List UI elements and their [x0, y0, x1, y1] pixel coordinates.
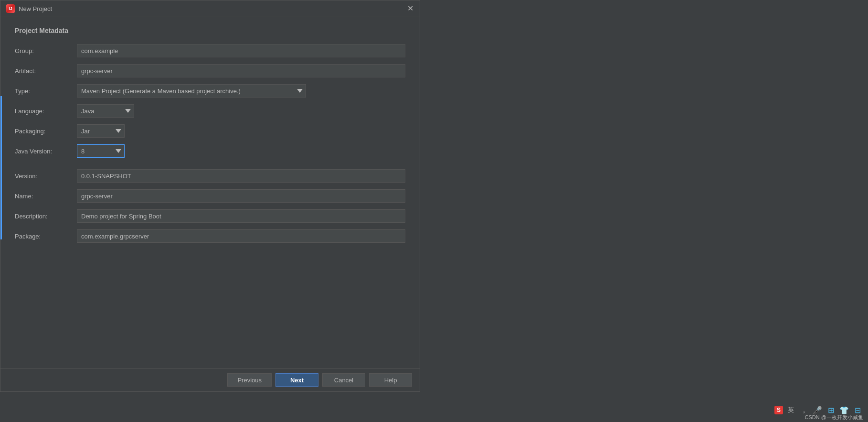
language-row: Language: Java Kotlin Groovy — [15, 104, 405, 118]
packaging-row: Packaging: Jar War — [15, 124, 405, 138]
dialog-body: Project Metadata Group: Artifact: Type: — [0, 17, 420, 368]
next-button[interactable]: Next — [275, 373, 318, 387]
csdn-icon[interactable]: S — [774, 406, 783, 414]
dialog-icon: IJ — [6, 4, 15, 13]
name-row: Name: — [15, 189, 405, 203]
packaging-label: Packaging: — [15, 128, 77, 135]
section-title: Project Metadata — [15, 27, 405, 34]
language-label: Language: — [15, 108, 77, 115]
name-label: Name: — [15, 193, 77, 200]
new-project-dialog: IJ New Project ✕ Project Metadata Group:… — [0, 0, 420, 392]
dialog-titlebar: IJ New Project ✕ — [0, 0, 420, 17]
type-label: Type: — [15, 87, 77, 95]
group-input[interactable] — [77, 44, 405, 57]
taskbar-text-icon[interactable]: 英 — [785, 404, 796, 416]
group-label: Group: — [15, 47, 77, 54]
dialog-title: New Project — [19, 5, 402, 12]
help-button[interactable]: Help — [369, 373, 412, 387]
group-row: Group: — [15, 44, 405, 57]
type-select[interactable]: Maven Project (Generate a Maven based pr… — [77, 84, 306, 97]
java-version-select[interactable]: 8 11 17 21 — [77, 144, 125, 158]
package-input[interactable] — [77, 229, 405, 243]
java-version-label: Java Version: — [15, 148, 77, 155]
version-input[interactable] — [77, 169, 405, 183]
description-label: Description: — [15, 213, 77, 220]
previous-button[interactable]: Previous — [227, 373, 272, 387]
spacer — [15, 164, 405, 169]
package-label: Package: — [15, 233, 77, 240]
version-row: Version: — [15, 169, 405, 183]
version-label: Version: — [15, 173, 77, 180]
csdn-credit-text: CSDN @一枚开发小咸鱼 — [805, 414, 863, 421]
artifact-label: Artifact: — [15, 67, 77, 75]
artifact-input[interactable] — [77, 64, 405, 77]
dialog-overlay: IJ New Project ✕ Project Metadata Group:… — [0, 0, 868, 422]
cancel-button[interactable]: Cancel — [322, 373, 365, 387]
packaging-select[interactable]: Jar War — [77, 124, 125, 138]
close-button[interactable]: ✕ — [406, 5, 414, 12]
package-row: Package: — [15, 229, 405, 243]
dialog-footer: Previous Next Cancel Help — [0, 368, 420, 391]
artifact-row: Artifact: — [15, 64, 405, 77]
accent-bar — [0, 96, 2, 239]
description-input[interactable] — [77, 209, 405, 223]
java-version-row: Java Version: 8 11 17 21 — [15, 144, 405, 158]
name-input[interactable] — [77, 189, 405, 203]
language-select[interactable]: Java Kotlin Groovy — [77, 104, 134, 118]
type-row: Type: Maven Project (Generate a Maven ba… — [15, 84, 405, 97]
description-row: Description: — [15, 209, 405, 223]
